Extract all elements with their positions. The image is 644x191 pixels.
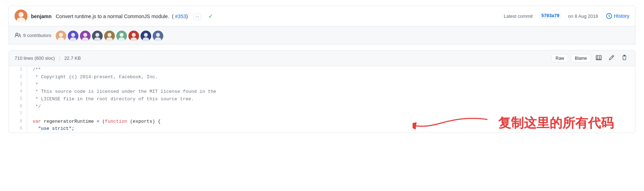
svg-point-19 [119, 33, 123, 37]
file-info: 710 lines (600 sloc) | 22.7 KB [15, 55, 81, 61]
delete-icon[interactable] [619, 53, 629, 63]
code-table: 1 /** 2 * Copyright (c) 2014-present, Fa… [9, 66, 635, 133]
line-code: * Copyright (c) 2014-present, Facebook, … [27, 74, 635, 81]
contributor-avatar-6[interactable] [116, 30, 126, 41]
pr-link[interactable]: #353 [175, 14, 186, 19]
contributors-label: 9 contributors [15, 32, 51, 38]
table-row: 7 [9, 111, 635, 118]
file-lines: 710 lines (600 sloc) [15, 55, 55, 61]
raw-button[interactable]: Raw [552, 54, 568, 63]
file-size: 22.7 KB [64, 55, 81, 61]
line-code [27, 111, 635, 118]
commit-text: Convert runtime.js to a normal CommonJS … [56, 14, 169, 19]
svg-point-28 [156, 33, 160, 37]
commit-check: ✓ [208, 13, 213, 19]
file-actions: Raw Blame [552, 53, 629, 63]
table-row: 6 */ [9, 103, 635, 111]
clock-icon [606, 13, 612, 19]
blame-button[interactable]: Blame [571, 54, 591, 63]
line-number: 8 [9, 118, 27, 126]
line-code: /** [27, 66, 635, 74]
table-row: 2 * Copyright (c) 2014-present, Facebook… [9, 74, 635, 81]
line-number: 6 [9, 103, 27, 111]
commit-date: on 8 Aug 2018 [568, 14, 598, 19]
line-number: 1 [9, 66, 27, 74]
history-label: History [614, 13, 629, 19]
contributor-avatar-3[interactable] [79, 30, 90, 41]
edit-icon[interactable] [607, 53, 617, 63]
table-row: 1 /** [9, 66, 635, 74]
line-code: */ [27, 103, 635, 111]
table-row: 9 "use strict"; [9, 125, 635, 133]
contributor-avatar-2[interactable] [67, 30, 78, 41]
svg-point-13 [95, 33, 99, 37]
line-number: 3 [9, 81, 27, 89]
contributor-avatar-5[interactable] [103, 30, 114, 41]
table-row: 3 * [9, 81, 635, 89]
line-number: 2 [9, 74, 27, 81]
people-icon [15, 32, 21, 38]
contributors-avatars [55, 30, 163, 41]
commit-author[interactable]: benjamn [31, 14, 52, 19]
line-number: 5 [9, 96, 27, 103]
author-avatar [15, 10, 27, 22]
contributors-bar: 9 contributors [9, 26, 635, 44]
svg-point-10 [83, 33, 87, 37]
line-number: 7 [9, 111, 27, 118]
contributor-avatar-1[interactable] [55, 30, 66, 41]
latest-commit-label: Latest commit [504, 14, 533, 19]
commit-left: benjamn Convert runtime.js to a normal C… [15, 10, 504, 22]
contributor-avatar-8[interactable] [140, 30, 150, 41]
contributor-avatar-7[interactable] [128, 30, 138, 41]
file-viewer: 710 lines (600 sloc) | 22.7 KB Raw Blame [9, 50, 635, 133]
contributor-avatar-4[interactable] [91, 30, 102, 41]
code-area: 1 /** 2 * Copyright (c) 2014-present, Fa… [9, 66, 635, 133]
line-number: 4 [9, 88, 27, 96]
file-header: 710 lines (600 sloc) | 22.7 KB Raw Blame [9, 51, 635, 66]
table-row: 8 var regeneratorRuntime = (function (ex… [9, 118, 635, 126]
page-wrapper: benjamn Convert runtime.js to a normal C… [0, 0, 644, 191]
table-row: 4 * This source code is licensed under t… [9, 88, 635, 96]
commit-hash[interactable]: 5703a79 [540, 13, 561, 19]
history-link[interactable]: History [606, 13, 629, 19]
commit-bar: benjamn Convert runtime.js to a normal C… [9, 6, 635, 26]
commit-right: Latest commit 5703a79 on 8 Aug 2018 Hist… [504, 13, 629, 19]
svg-point-4 [59, 33, 63, 37]
svg-point-1 [19, 12, 24, 17]
svg-point-7 [71, 33, 75, 37]
line-code: * [27, 81, 635, 89]
svg-point-22 [132, 33, 136, 37]
contributor-avatar-9[interactable] [152, 30, 163, 41]
line-code: var regeneratorRuntime = (function (expo… [27, 118, 635, 126]
line-code: "use strict"; [27, 125, 635, 133]
svg-point-25 [144, 33, 148, 37]
line-number: 9 [9, 125, 27, 133]
commit-message: benjamn Convert runtime.js to a normal C… [31, 13, 213, 20]
svg-point-16 [107, 33, 111, 37]
file-separator: | [59, 55, 60, 61]
commit-ellipsis[interactable]: ··· [193, 14, 201, 20]
contributors-count: 9 contributors [23, 33, 51, 38]
line-code: * This source code is licensed under the… [27, 88, 635, 96]
line-code: * LICENSE file in the root directory of … [27, 96, 635, 103]
table-row: 5 * LICENSE file in the root directory o… [9, 96, 635, 103]
display-icon[interactable] [594, 53, 604, 63]
